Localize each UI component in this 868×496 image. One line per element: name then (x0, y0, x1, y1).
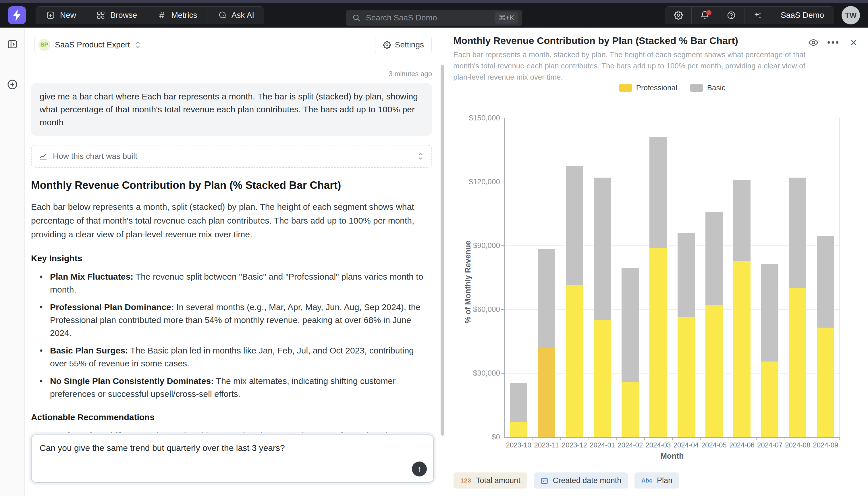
y-tick-mark (501, 309, 504, 310)
x-tick-label: 2024-01 (585, 441, 620, 449)
y-tick-label: $120,000 (463, 177, 500, 186)
x-tick-mark (672, 437, 673, 440)
gear-icon (383, 41, 391, 49)
bar-segment-professional[interactable] (789, 288, 806, 437)
message-input[interactable]: Can you give the same trend but quarterl… (32, 435, 433, 482)
message-composer: Can you give the same trend but quarterl… (31, 434, 434, 483)
settings-label: Settings (395, 40, 424, 49)
bar-segment-basic[interactable] (817, 236, 834, 328)
chat-scrollbar[interactable] (440, 65, 444, 436)
eye-icon (808, 37, 819, 48)
bar-segment-basic[interactable] (649, 137, 666, 248)
bar-segment-basic[interactable] (622, 268, 639, 382)
field-tag-label: Plan (657, 476, 672, 485)
bar-segment-professional[interactable] (566, 285, 583, 437)
x-tick-mark (589, 437, 589, 440)
bar-segment-professional[interactable] (594, 320, 611, 437)
insights-heading: Key Insights (31, 253, 432, 263)
new-thread-button[interactable] (6, 78, 19, 91)
x-tick-label: 2024-05 (697, 441, 731, 449)
list-item: Basic Plan Surges: The Basic plan led in… (50, 344, 432, 370)
bar-segment-basic[interactable] (510, 383, 527, 422)
bar-segment-professional[interactable] (761, 361, 778, 437)
y-tick-label: $150,000 (463, 113, 500, 122)
nav-item-label: New (60, 11, 76, 20)
bar-segment-professional[interactable] (510, 422, 527, 437)
bar-segment-basic[interactable] (678, 233, 695, 317)
bar-segment-professional[interactable] (538, 348, 555, 437)
bar-segment-professional[interactable] (817, 328, 834, 437)
stacked-bar-chart: $0$30,000$60,000$90,000$120,000$150,0002… (447, 28, 868, 496)
nav-item-label: Metrics (171, 11, 197, 20)
more-options-button[interactable]: ••• (827, 36, 840, 49)
bar-segment-professional[interactable] (705, 305, 723, 437)
x-tick-mark (616, 437, 617, 440)
legend-swatch (690, 84, 703, 92)
bar-segment-basic[interactable] (566, 166, 583, 285)
calendar-icon (541, 477, 548, 484)
message-timestamp: 3 minutes ago (31, 70, 432, 78)
bar-segment-professional[interactable] (622, 382, 639, 437)
string-field-icon: Abc (641, 477, 652, 484)
nav-item-label: Ask AI (231, 11, 254, 20)
app-logo[interactable] (8, 6, 26, 24)
ai-sparkles-button[interactable] (744, 6, 771, 24)
notifications-button[interactable] (692, 6, 718, 24)
nav-item-ask-ai[interactable]: Ask AI (207, 6, 264, 24)
x-tick-label: 2024-03 (641, 441, 675, 449)
bar-segment-basic[interactable] (538, 249, 555, 348)
field-tag-label: Created date month (553, 476, 622, 485)
y-axis-line (504, 118, 505, 438)
x-tick-mark (728, 437, 728, 440)
x-tick-mark (700, 437, 701, 440)
x-tick-mark (560, 437, 561, 440)
chat-message-list: 3 minutes ago give me a bar chart where … (25, 62, 447, 433)
agent-selector[interactable]: SP SaaS Product Expert (34, 36, 147, 54)
how-chart-built-toggle[interactable]: How this chart was built (31, 145, 432, 168)
legend-label: Professional (636, 83, 677, 92)
x-tick-mark (756, 437, 757, 440)
legend-item[interactable]: Basic (690, 83, 725, 92)
bar-segment-professional[interactable] (649, 248, 666, 437)
close-panel-button[interactable]: ✕ (847, 36, 860, 49)
nav-item-browse[interactable]: Browse (86, 6, 147, 24)
help-button[interactable] (718, 6, 744, 24)
search-icon (352, 14, 361, 22)
user-avatar[interactable]: TW (841, 6, 860, 25)
agent-settings-button[interactable]: Settings (375, 36, 432, 54)
field-tag-metric[interactable]: 123 Total amount (453, 472, 527, 489)
lightning-bolt-icon (12, 10, 22, 21)
send-button[interactable]: ↑ (412, 462, 427, 477)
panel-expand-icon (7, 39, 18, 50)
legend-item[interactable]: Professional (619, 83, 677, 92)
hash-icon: # (157, 10, 166, 20)
settings-gear-button[interactable] (665, 6, 692, 24)
bar-segment-basic[interactable] (705, 212, 723, 306)
field-tag-date[interactable]: Created date month (534, 472, 628, 489)
bar-segment-basic[interactable] (761, 264, 778, 361)
nav-item-metrics[interactable]: # Metrics (147, 6, 207, 24)
bar-segment-professional[interactable] (733, 261, 751, 437)
recommendations-list: Monitor Plan Shifts: Investigate what dr… (31, 429, 432, 433)
workspace-switcher[interactable]: SaaS Demo (771, 6, 834, 24)
global-search-input[interactable]: Search SaaS Demo ⌘+K (346, 10, 522, 26)
response-intro: Each bar below represents a month, split… (31, 200, 432, 242)
x-tick-label: 2024-06 (725, 441, 759, 449)
y-tick-mark (501, 437, 504, 437)
sidebar-toggle-button[interactable] (6, 38, 19, 50)
chart-legend: ProfessionalBasic (505, 83, 839, 92)
bar-segment-basic[interactable] (789, 177, 806, 288)
x-tick-label: 2023-11 (529, 441, 564, 449)
list-item: Professional Plan Dominance: In several … (50, 300, 432, 339)
list-item: No Single Plan Consistently Dominates: T… (50, 374, 432, 400)
chart-description: Each bar represents a month, stacked by … (453, 49, 824, 83)
view-button[interactable] (807, 36, 820, 49)
nav-item-new[interactable]: New (36, 6, 86, 24)
bar-segment-basic[interactable] (733, 180, 751, 261)
x-tick-label: 2024-04 (669, 441, 703, 449)
number-field-icon: 123 (461, 477, 471, 484)
bar-segment-basic[interactable] (594, 177, 611, 320)
field-tag-dimension[interactable]: Abc Plan (634, 472, 679, 489)
arrow-up-icon: ↑ (417, 464, 422, 474)
bar-segment-professional[interactable] (678, 317, 695, 437)
